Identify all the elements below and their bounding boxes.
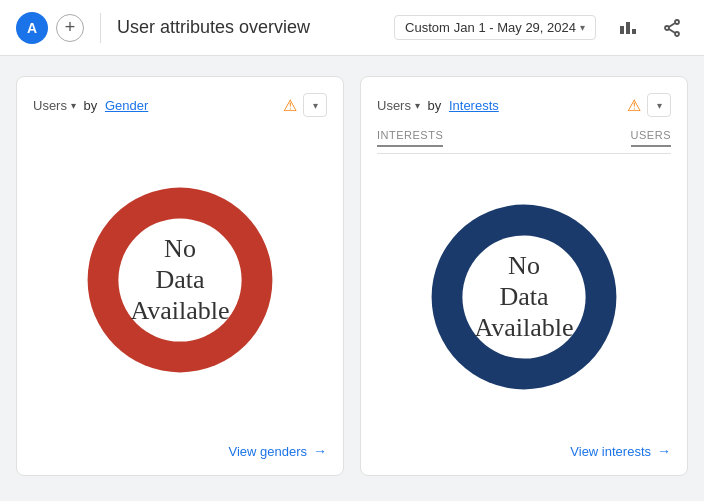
gender-card: Users ▾ by Gender ⚠ ▾ NoDataAvailable Vi… <box>16 76 344 476</box>
gender-dropdown-button[interactable]: ▾ <box>303 93 327 117</box>
gender-warning-icon: ⚠ <box>283 96 297 115</box>
date-range-picker[interactable]: Custom Jan 1 - May 29, 2024 ▾ <box>394 15 596 40</box>
interests-by-label: by <box>424 98 445 113</box>
gender-category-label[interactable]: Gender <box>105 98 148 113</box>
interests-table-header: INTERESTS USERS <box>377 129 671 154</box>
share-icon[interactable] <box>656 12 688 44</box>
svg-point-11 <box>462 235 585 358</box>
view-genders-arrow-icon: → <box>313 443 327 459</box>
date-range-text: Jan 1 - May 29, 2024 <box>454 20 576 35</box>
interests-donut-chart: NoDataAvailable <box>414 187 634 407</box>
svg-line-6 <box>669 23 675 27</box>
interests-warning-icon: ⚠ <box>627 96 641 115</box>
interests-users-label: Users <box>377 98 411 113</box>
gender-card-header: Users ▾ by Gender ⚠ ▾ <box>33 93 327 117</box>
view-interests-arrow-icon: → <box>657 443 671 459</box>
add-button[interactable]: + <box>56 14 84 42</box>
gender-card-title: Users ▾ by Gender <box>33 98 148 113</box>
custom-label: Custom <box>405 20 450 35</box>
top-icons <box>612 12 688 44</box>
interests-card-actions: ⚠ ▾ <box>627 93 671 117</box>
gender-donut-wrapper: NoDataAvailable <box>33 129 327 431</box>
compare-icon[interactable] <box>612 12 644 44</box>
interests-card-title: Users ▾ by Interests <box>377 98 499 113</box>
interests-category-label[interactable]: Interests <box>449 98 499 113</box>
main-content: Users ▾ by Gender ⚠ ▾ NoDataAvailable Vi… <box>0 56 704 496</box>
interests-dropdown-button[interactable]: ▾ <box>647 93 671 117</box>
svg-rect-0 <box>620 26 624 34</box>
svg-point-5 <box>665 26 669 30</box>
view-genders-link[interactable]: View genders → <box>33 443 327 459</box>
svg-point-9 <box>118 218 241 341</box>
gender-filter-arrow-icon[interactable]: ▾ <box>71 100 76 111</box>
view-genders-text: View genders <box>228 444 307 459</box>
divider <box>100 13 101 43</box>
view-interests-text: View interests <box>570 444 651 459</box>
avatar[interactable]: A <box>16 12 48 44</box>
svg-rect-2 <box>632 29 636 34</box>
gender-users-label: Users <box>33 98 67 113</box>
topbar: A + User attributes overview Custom Jan … <box>0 0 704 56</box>
gender-by-label: by <box>80 98 101 113</box>
gender-donut-chart: NoDataAvailable <box>70 170 290 390</box>
chevron-down-icon: ▾ <box>580 22 585 33</box>
gender-card-actions: ⚠ ▾ <box>283 93 327 117</box>
interests-donut-svg <box>414 187 634 407</box>
interests-card: Users ▾ by Interests ⚠ ▾ INTERESTS USERS… <box>360 76 688 476</box>
interests-card-header: Users ▾ by Interests ⚠ ▾ <box>377 93 671 117</box>
svg-point-4 <box>675 32 679 36</box>
gender-donut-svg <box>70 170 290 390</box>
svg-rect-1 <box>626 22 630 34</box>
users-col-header: USERS <box>631 129 671 147</box>
interests-donut-wrapper: NoDataAvailable <box>377 162 671 431</box>
svg-line-7 <box>669 29 675 33</box>
interests-filter-arrow-icon[interactable]: ▾ <box>415 100 420 111</box>
page-title: User attributes overview <box>117 17 386 38</box>
svg-point-3 <box>675 20 679 24</box>
interests-col-header: INTERESTS <box>377 129 443 147</box>
view-interests-link[interactable]: View interests → <box>377 443 671 459</box>
